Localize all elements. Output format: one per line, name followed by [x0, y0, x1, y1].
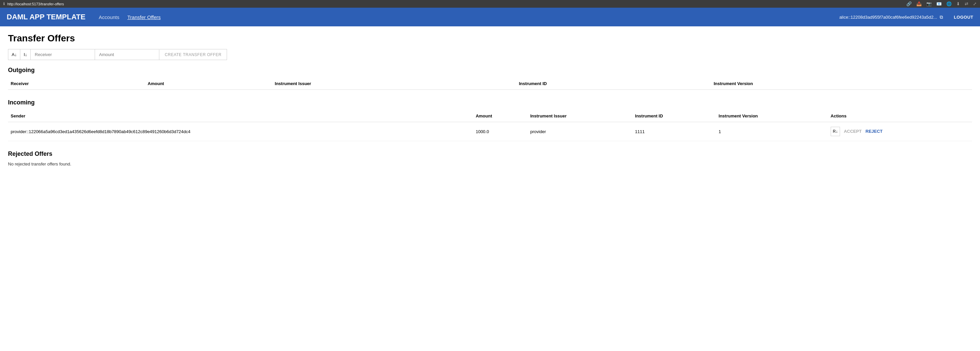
nav-links: Accounts Transfer Offers: [99, 14, 161, 20]
account-dropdown[interactable]: A↓: [8, 49, 20, 60]
outgoing-col-id: Instrument ID: [516, 78, 711, 90]
outgoing-col-receiver: Receiver: [8, 78, 145, 90]
outgoing-col-issuer: Instrument Issuer: [272, 78, 516, 90]
logout-button[interactable]: LOGOUT: [954, 15, 973, 20]
row-actions: R↓ ACCEPT REJECT: [828, 122, 972, 141]
main-content: Transfer Offers A↓ I↓ CREATE TRANSFER OF…: [0, 26, 980, 173]
nav-transfer-offers[interactable]: Transfer Offers: [127, 14, 161, 20]
incoming-col-amount: Amount: [473, 110, 528, 122]
instrument-dropdown[interactable]: I↓: [20, 49, 31, 60]
link-icon: 🔗: [906, 2, 912, 6]
user-info: alice::12208d3ad955f7a00caf6fee6ed92243a…: [839, 14, 973, 20]
rejected-title: Rejected Offers: [8, 150, 972, 158]
camera-icon: 📷: [926, 2, 932, 6]
navbar: DAML APP TEMPLATE Accounts Transfer Offe…: [0, 8, 980, 26]
incoming-col-issuer: Instrument Issuer: [528, 110, 632, 122]
incoming-col-version: Instrument Version: [716, 110, 828, 122]
copy-icon[interactable]: ⧉: [940, 14, 943, 20]
row-amount: 1000.0: [473, 122, 528, 141]
download-icon: ⬇: [956, 2, 960, 6]
outgoing-table: Receiver Amount Instrument Issuer Instru…: [8, 78, 972, 90]
outgoing-col-version: Instrument Version: [711, 78, 972, 90]
amount-input[interactable]: [95, 49, 159, 60]
row-issuer: provider: [528, 122, 632, 141]
brand-title: DAML APP TEMPLATE: [7, 13, 85, 21]
incoming-col-sender: Sender: [8, 110, 473, 122]
browser-icons: 🔗 📥 📷 📧 🌐 ⬇ ⇄ ⤢: [906, 2, 977, 6]
outgoing-title: Outgoing: [8, 67, 972, 74]
reject-button[interactable]: REJECT: [865, 129, 883, 134]
create-transfer-form: A↓ I↓ CREATE TRANSFER OFFER: [8, 49, 227, 60]
incoming-table: Sender Amount Instrument Issuer Instrume…: [8, 110, 972, 141]
table-row: provider::122066a5a96cd3ed1a435626d6eefd…: [8, 122, 972, 141]
page-title: Transfer Offers: [8, 33, 972, 44]
inbox-icon: 📥: [916, 2, 922, 6]
row-version: 1: [716, 122, 828, 141]
outgoing-col-amount: Amount: [145, 78, 272, 90]
accept-button[interactable]: ACCEPT: [844, 129, 861, 134]
create-transfer-offer-button[interactable]: CREATE TRANSFER OFFER: [159, 50, 227, 60]
nav-accounts[interactable]: Accounts: [99, 14, 119, 20]
user-id: alice::12208d3ad955f7a00caf6fee6ed92243a…: [839, 15, 937, 20]
row-sender: provider::122066a5a96cd3ed1a435626d6eefd…: [8, 122, 473, 141]
receiver-input[interactable]: [31, 49, 95, 60]
incoming-col-actions: Actions: [828, 110, 972, 122]
globe-icon: 🌐: [947, 2, 952, 6]
incoming-col-id: Instrument ID: [632, 110, 716, 122]
url-bar: http://localhost:5173/transfer-offers: [7, 2, 64, 6]
rejected-no-data: No rejected transfer offers found.: [8, 161, 972, 166]
incoming-title: Incoming: [8, 99, 972, 106]
browser-bar: ℹ http://localhost:5173/transfer-offers …: [0, 0, 980, 8]
mail-icon: 📧: [936, 2, 942, 6]
reject-icon-button[interactable]: R↓: [830, 127, 840, 136]
info-icon: ℹ: [3, 2, 5, 6]
arrows-icon: ⇄: [965, 2, 968, 6]
maximize-icon: ⤢: [973, 2, 977, 6]
row-instrument-id: 1111: [632, 122, 716, 141]
